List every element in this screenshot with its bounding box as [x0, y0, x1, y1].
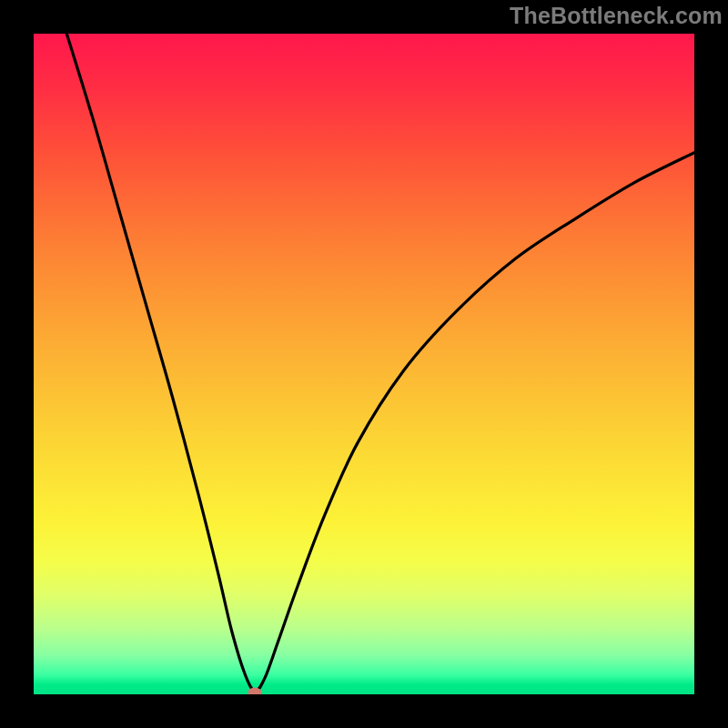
chart-frame: TheBottleneck.com: [0, 0, 728, 728]
plot-area: [34, 34, 694, 694]
bottleneck-curve: [66, 34, 694, 691]
watermark-text: TheBottleneck.com: [510, 3, 723, 29]
optimal-point-marker: [248, 687, 262, 694]
curve-layer: [34, 34, 694, 694]
